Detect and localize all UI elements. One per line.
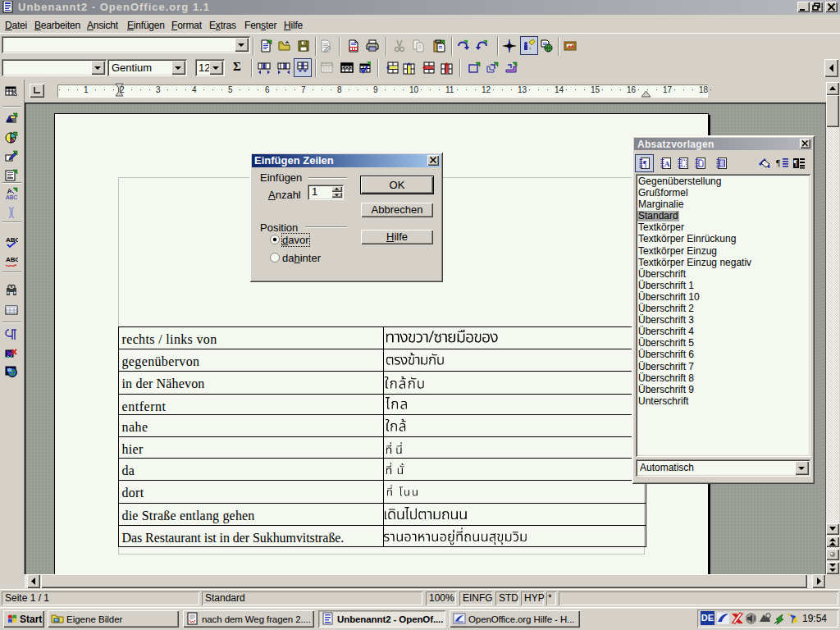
- svg-text:ABC: ABC: [6, 256, 18, 263]
- svg-text:ABC: ABC: [6, 194, 17, 200]
- svg-text:A: A: [664, 160, 670, 168]
- svg-text:ABC: ABC: [6, 236, 18, 244]
- svg-text:¶: ¶: [776, 158, 780, 167]
- svg-text:¶: ¶: [643, 159, 647, 168]
- svg-text:¶: ¶: [794, 158, 798, 167]
